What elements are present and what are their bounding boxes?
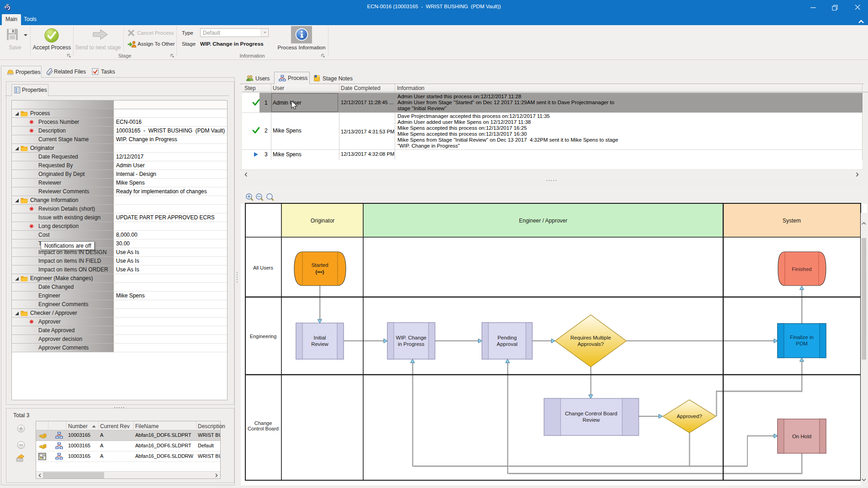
svg-text:Change Control Board: Change Control Board [565,411,617,416]
svg-text:On Hold: On Hold [792,434,811,439]
svg-text:Finalize in: Finalize in [790,334,814,340]
svg-text:System: System [783,217,801,224]
svg-text:Approvals?: Approvals? [577,341,604,347]
svg-text:Requires Multiple: Requires Multiple [571,335,611,340]
svg-text:All Users: All Users [253,265,274,271]
svg-text:Finished: Finished [792,266,811,272]
svg-text:Review: Review [311,341,328,347]
svg-text:Initial: Initial [314,335,326,340]
svg-text:Change: Change [254,420,272,426]
svg-text:(•••): (•••) [316,269,324,275]
svg-text:Engineering: Engineering [250,334,277,339]
svg-text:Pending: Pending [498,335,517,340]
svg-text:Review: Review [582,417,600,423]
svg-text:PDM: PDM [796,341,808,346]
svg-text:Engineer / Approver: Engineer / Approver [519,217,567,224]
svg-text:Approved?: Approved? [677,414,702,419]
svg-text:WIP. Change: WIP. Change [396,335,427,340]
svg-text:Approval: Approval [497,341,517,347]
svg-text:Started: Started [311,262,328,268]
svg-text:Control Board: Control Board [248,426,279,431]
svg-text:in Progress: in Progress [398,341,424,347]
svg-text:Originator: Originator [311,217,335,224]
